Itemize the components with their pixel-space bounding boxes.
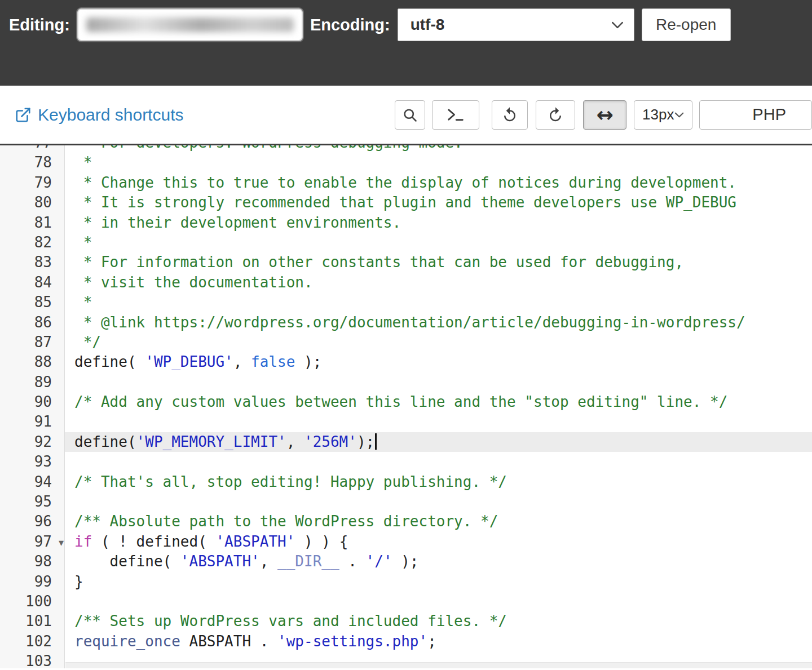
language-select[interactable]: PHP bbox=[699, 100, 812, 130]
terminal-button[interactable] bbox=[432, 100, 479, 130]
line-number: 81 bbox=[0, 213, 64, 233]
line-number: 79 bbox=[0, 173, 64, 193]
code-line-89[interactable] bbox=[65, 372, 812, 392]
line-number: 100 bbox=[0, 592, 64, 611]
code-line-95[interactable] bbox=[65, 492, 812, 512]
code-line-85[interactable]: * bbox=[65, 292, 812, 312]
filename-input[interactable] bbox=[77, 8, 303, 41]
fold-arrow-icon[interactable]: ▾ bbox=[59, 533, 64, 552]
text-cursor bbox=[375, 433, 377, 450]
code-line-79[interactable]: * Change this to true to enable the disp… bbox=[65, 173, 812, 193]
font-size-value: 13px bbox=[642, 106, 674, 123]
code-line-82[interactable]: * bbox=[65, 233, 812, 252]
code-line-98[interactable]: define( 'ABSPATH', __DIR__ . '/' ); bbox=[65, 552, 812, 571]
line-number: 92 bbox=[0, 432, 64, 452]
chevron-down-icon bbox=[674, 112, 684, 118]
code-line-97[interactable]: if ( ! defined( 'ABSPATH' ) ) { bbox=[65, 532, 812, 552]
code-line-81[interactable]: * in their development environments. bbox=[65, 213, 812, 233]
chevron-down-icon bbox=[611, 21, 624, 29]
code-line-87[interactable]: */ bbox=[65, 332, 812, 352]
external-link-icon bbox=[15, 107, 32, 123]
language-value: PHP bbox=[752, 105, 786, 124]
editor-header: Editing: Encoding: utf-8 Re-open bbox=[0, 0, 812, 86]
line-number: 96 bbox=[0, 512, 64, 531]
line-number: 83 bbox=[0, 252, 64, 272]
reopen-button[interactable]: Re-open bbox=[642, 8, 731, 41]
code-line-80[interactable]: * It is strongly recommended that plugin… bbox=[65, 193, 812, 212]
code-line-86[interactable]: * @link https://wordpress.org/documentat… bbox=[65, 313, 812, 332]
line-number: 95 bbox=[0, 492, 64, 512]
editing-label: Editing: bbox=[9, 8, 70, 41]
toolbar-buttons: ↔ 13px PHP bbox=[395, 100, 812, 130]
line-number: 78 bbox=[0, 153, 64, 172]
code-editor[interactable]: 7778798081828384858687888990919293949596… bbox=[0, 145, 812, 668]
code-line-94[interactable]: /* That's all, stop editing! Happy publi… bbox=[65, 472, 812, 492]
code-line-102[interactable]: require_once ABSPATH . 'wp-settings.php'… bbox=[65, 632, 812, 651]
line-number: 82 bbox=[0, 233, 64, 252]
encoding-value: utf-8 bbox=[411, 16, 445, 34]
line-number: 102 bbox=[0, 632, 64, 651]
code-line-92[interactable]: define('WP_MEMORY_LIMIT', '256M'); bbox=[65, 432, 812, 452]
search-icon bbox=[402, 107, 418, 123]
undo-button[interactable] bbox=[492, 100, 528, 130]
keyboard-shortcuts-link[interactable]: Keyboard shortcuts bbox=[15, 105, 183, 125]
line-number: 80 bbox=[0, 193, 64, 212]
file-editor-window: Editing: Encoding: utf-8 Re-open Keyboar… bbox=[0, 0, 812, 668]
left-right-arrow-icon: ↔ bbox=[596, 105, 613, 125]
code-line-84[interactable]: * visit the documentation. bbox=[65, 273, 812, 292]
code-line-91[interactable] bbox=[65, 412, 812, 432]
line-number: 103 bbox=[0, 651, 64, 668]
line-number: 88 bbox=[0, 352, 64, 372]
line-number: 87 bbox=[0, 332, 64, 352]
line-number: 99 bbox=[0, 572, 64, 592]
encoding-select[interactable]: utf-8 bbox=[398, 8, 634, 41]
undo-icon bbox=[501, 107, 518, 123]
line-number: 84 bbox=[0, 273, 64, 292]
editor-scroll-area: 7778798081828384858687888990919293949596… bbox=[0, 145, 812, 668]
gutter: 7778798081828384858687888990919293949596… bbox=[0, 145, 65, 668]
line-number: 93 bbox=[0, 452, 64, 472]
keyboard-shortcuts-label: Keyboard shortcuts bbox=[38, 105, 183, 125]
line-number: 98 bbox=[0, 552, 64, 571]
code-line-90[interactable]: /* Add any custom values between this li… bbox=[65, 392, 812, 412]
line-number: 101 bbox=[0, 611, 64, 631]
redo-icon bbox=[547, 107, 564, 123]
line-number: 90 bbox=[0, 392, 64, 412]
code-line-88[interactable]: define( 'WP_DEBUG', false ); bbox=[65, 352, 812, 372]
filename-blurred-text bbox=[86, 17, 294, 32]
search-button[interactable] bbox=[395, 100, 425, 130]
code-line-83[interactable]: * For information on other constants tha… bbox=[65, 252, 812, 272]
code-line-77[interactable]: * For developers: WordPress debugging mo… bbox=[65, 145, 812, 153]
editor-toolbar: Keyboard shortcuts ↔ 13px PHP bbox=[0, 86, 812, 145]
encoding-label: Encoding: bbox=[310, 8, 390, 41]
line-number: 85 bbox=[0, 292, 64, 312]
line-number: 97▾ bbox=[0, 532, 64, 552]
terminal-icon bbox=[447, 107, 465, 122]
code-line-78[interactable]: * bbox=[65, 153, 812, 172]
redo-button[interactable] bbox=[536, 100, 575, 130]
code-line-101[interactable]: /** Sets up WordPress vars and included … bbox=[65, 611, 812, 631]
line-number: 89 bbox=[0, 372, 64, 392]
line-number: 94 bbox=[0, 472, 64, 492]
horizontal-scrollbar[interactable] bbox=[65, 662, 812, 668]
code-line-100[interactable] bbox=[65, 592, 812, 611]
line-number: 86 bbox=[0, 313, 64, 332]
line-number: 91 bbox=[0, 412, 64, 432]
code-line-99[interactable]: } bbox=[65, 572, 812, 592]
code-line-93[interactable] bbox=[65, 452, 812, 472]
horizontal-resize-button[interactable]: ↔ bbox=[583, 100, 626, 130]
code-line-96[interactable]: /** Absolute path to the WordPress direc… bbox=[65, 512, 812, 531]
font-size-select[interactable]: 13px bbox=[634, 100, 692, 130]
line-number: 77 bbox=[0, 145, 64, 153]
code-lines: * For developers: WordPress debugging mo… bbox=[65, 145, 812, 668]
